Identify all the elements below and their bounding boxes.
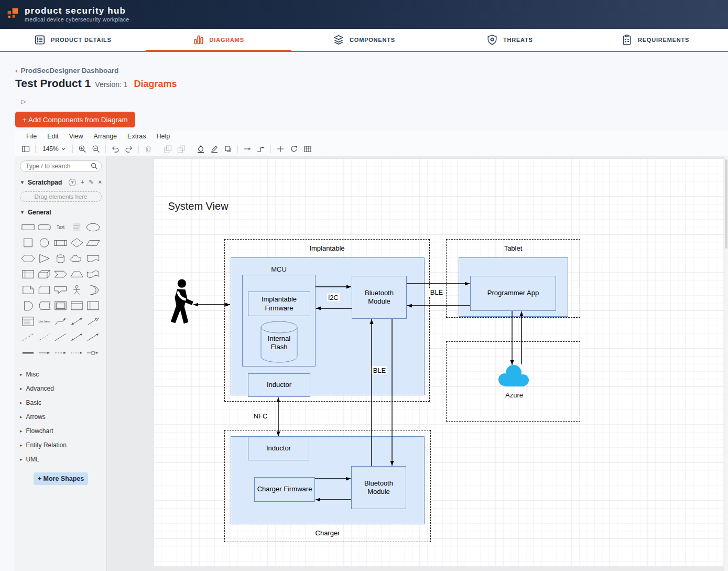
search-input[interactable] <box>20 160 102 172</box>
add-components-button[interactable]: + Add Components from Diagram <box>15 112 135 127</box>
menu-item-view[interactable]: View <box>64 132 88 141</box>
more-shapes-button[interactable]: + More Shapes <box>34 472 88 485</box>
zoom-in-button[interactable] <box>75 143 89 155</box>
diagram-node-azure-label[interactable]: Azure <box>493 390 535 400</box>
shape-cloud[interactable] <box>69 251 85 266</box>
menu-item-help[interactable]: Help <box>152 132 175 141</box>
shape-parallelogram[interactable] <box>85 235 101 251</box>
diagram-node-programmer-app[interactable]: Programmer App <box>470 276 556 311</box>
shape-diamond[interactable] <box>69 235 85 251</box>
edit-style-button[interactable] <box>208 143 221 155</box>
sidebar-section-advanced[interactable]: ▸Advanced <box>20 381 102 395</box>
scrollbar-thumb[interactable] <box>725 159 727 249</box>
shape-dotted-line[interactable] <box>36 329 52 345</box>
sidebar-section-uml[interactable]: ▸UML <box>20 452 102 466</box>
diagram-node-implantable-firmware[interactable]: Implantable Firmware <box>248 292 310 316</box>
shape-triangle[interactable] <box>36 251 52 266</box>
shape-and[interactable] <box>20 298 36 314</box>
sidebar-section-arrows[interactable]: ▸Arrows <box>20 410 102 424</box>
edit-pencil-icon[interactable]: ✎ <box>89 179 93 186</box>
shape-bidirectional-connector[interactable] <box>69 329 85 345</box>
table-button[interactable] <box>301 143 314 155</box>
menu-item-edit[interactable]: Edit <box>42 132 63 141</box>
sidebar-section-flowchart[interactable]: ▸Flowchart <box>20 424 102 438</box>
shape-trapezoid[interactable] <box>69 266 85 282</box>
shape-rectangle[interactable] <box>20 219 36 235</box>
shape-line[interactable] <box>52 329 69 345</box>
shape-or[interactable] <box>85 282 101 298</box>
sidebar-toggle-button[interactable] <box>19 143 32 155</box>
shape-hexagon[interactable] <box>20 251 36 266</box>
tab-requirements[interactable]: REQUIREMENTS <box>582 29 728 51</box>
diagram-node-system-view-title[interactable]: System View <box>163 199 233 213</box>
tab-product-details[interactable]: PRODUCT DETAILS <box>0 29 146 51</box>
add-icon[interactable]: + <box>81 179 84 186</box>
shape-window-sidebar[interactable] <box>85 298 101 314</box>
waypoints-button[interactable] <box>254 143 268 155</box>
shape-cylinder[interactable] <box>52 251 69 266</box>
tab-diagrams[interactable]: DIAGRAMS <box>146 29 291 51</box>
sidebar-section-misc[interactable]: ▸Misc <box>20 367 102 381</box>
shape-note[interactable] <box>20 282 36 298</box>
zoom-level-select[interactable]: 145% <box>38 145 70 153</box>
diagram-node-charger-bluetooth[interactable]: Bluetooth Module <box>351 466 406 509</box>
diagram-node-internal-flash[interactable]: Internal Flash <box>260 321 298 363</box>
canvas-page[interactable]: System View ImplantableMCUImplantable Fi… <box>154 158 724 566</box>
shape-dotted-arrow[interactable] <box>69 345 85 361</box>
shape-list[interactable] <box>20 314 36 329</box>
outline-button[interactable] <box>287 143 301 155</box>
shape-arrow-link[interactable] <box>36 345 52 361</box>
help-icon[interactable]: ? <box>69 179 76 186</box>
redo-button[interactable] <box>122 143 136 155</box>
breadcrumb[interactable]: ‹ProdSecDesigner Dashboard <box>15 67 728 74</box>
shape-dashed-arrow[interactable] <box>52 345 69 361</box>
shape-container[interactable] <box>52 298 69 314</box>
tab-components[interactable]: COMPONENTS <box>291 29 437 51</box>
shape-dashed-line[interactable] <box>20 329 36 345</box>
vertical-scrollbar[interactable] <box>724 156 728 571</box>
menu-item-arrange[interactable]: Arrange <box>89 132 122 141</box>
shape-tape[interactable] <box>85 266 101 282</box>
shape-callout[interactable] <box>52 282 69 298</box>
insert-button[interactable] <box>274 143 287 155</box>
fill-color-button[interactable] <box>194 143 208 155</box>
close-icon[interactable]: × <box>99 179 102 186</box>
canvas-background[interactable]: System View ImplantableMCUImplantable Fi… <box>107 156 728 571</box>
diagram-node-mcu-label[interactable]: MCU <box>242 265 316 274</box>
connection-button[interactable] <box>241 143 254 155</box>
shape-cube[interactable] <box>36 266 52 282</box>
undo-button[interactable] <box>108 143 122 155</box>
shape-document[interactable] <box>85 251 101 266</box>
shape-circle[interactable] <box>36 235 52 251</box>
shape-bidirectional-arrow[interactable] <box>69 314 85 329</box>
diagram-node-implant-inductor[interactable]: Inductor <box>248 373 310 397</box>
shape-rounded-rectangle[interactable] <box>36 219 52 235</box>
diagram-node-implant-bluetooth[interactable]: Bluetooth Module <box>352 276 407 319</box>
panel-expander[interactable]: ▷ <box>21 98 29 106</box>
shape-square[interactable] <box>20 235 36 251</box>
scratchpad-header[interactable]: ▼ Scratchpad ? + ✎ × <box>20 179 102 186</box>
shape-actor[interactable] <box>69 282 85 298</box>
shape-internal-storage[interactable] <box>20 266 36 282</box>
shape-text[interactable]: Text <box>52 219 69 235</box>
scratchpad-dropzone[interactable]: Drag elements here <box>20 191 102 202</box>
shape-data-storage[interactable] <box>36 298 52 314</box>
shape-directional-connector[interactable] <box>85 329 101 345</box>
shape-connector-symbol[interactable] <box>85 345 101 361</box>
shape-textbox[interactable] <box>69 219 85 235</box>
shape-process[interactable] <box>52 235 69 251</box>
shape-arrow[interactable] <box>85 314 101 329</box>
menu-item-file[interactable]: File <box>21 132 41 141</box>
shape-window-title[interactable] <box>69 298 85 314</box>
tab-threats[interactable]: THREATS <box>437 29 582 51</box>
sidebar-section-entity-relation[interactable]: ▸Entity Relation <box>20 438 102 452</box>
shadow-button[interactable] <box>221 143 235 155</box>
shape-link[interactable] <box>20 345 36 361</box>
menu-item-extras[interactable]: Extras <box>123 132 150 141</box>
diagram-node-patient-actor[interactable] <box>167 279 194 327</box>
diagram-node-charger-inductor[interactable]: Inductor <box>248 437 309 460</box>
shape-curve[interactable] <box>52 314 69 329</box>
zoom-out-button[interactable] <box>89 143 103 155</box>
sidebar-section-basic[interactable]: ▸Basic <box>20 395 102 410</box>
diagram-node-azure-cloud[interactable] <box>497 363 531 388</box>
